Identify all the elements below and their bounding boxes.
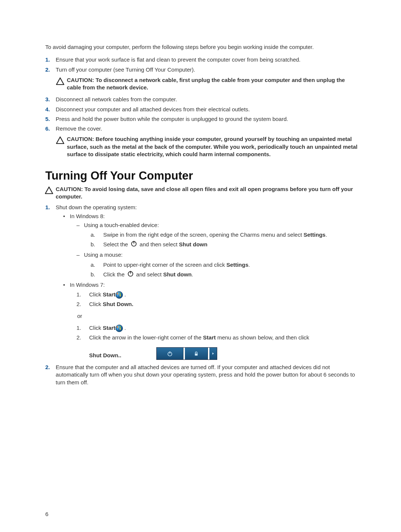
caution-triangle-icon [56,135,65,158]
step-1: 1. Ensure that your work surface is flat… [45,56,358,63]
caution-text: CAUTION: Before touching anything inside… [67,135,358,158]
win8-mouse-b: b. Click the and select Shut down. [91,270,358,280]
substep-text: Point to upper-right corner of the scree… [103,262,226,268]
caution-text: CAUTION: To disconnect a network cable, … [67,76,358,92]
start-orb-icon [115,291,123,299]
step-text: Disconnect all network cables from the c… [56,96,358,103]
substep-text: Swipe in from the right edge of the scre… [103,231,303,238]
step-6: 6. Remove the cover. CAUTION: Before tou… [45,125,358,160]
substep-text: . [248,262,250,268]
step-marker: 2. [45,66,56,94]
document-page: To avoid damaging your computer, perform… [0,0,401,532]
win8-mouse-a: a. Point to upper-right corner of the sc… [91,260,358,269]
number-marker: 2. [76,333,87,342]
step-5: 5. Press and hold the power button while… [45,115,358,123]
substep-text: . [326,231,327,238]
substep-text: . [123,291,126,298]
caution-triangle-icon [45,185,53,201]
step-text: Turn off your computer (see Turning Off … [56,66,195,73]
shutdown-step-2: 2. Ensure that the computer and all atta… [45,364,358,386]
step-marker: 5. [45,115,56,123]
win8-touch: Using a touch-enabled device: a. Swipe i… [76,221,358,250]
step-marker: 1. [45,204,56,362]
win7-step-2: 2. Click Shut Down. [76,300,358,309]
preparation-steps-list: 1. Ensure that your work surface is flat… [45,56,358,160]
step-text: Ensure that the computer and all attache… [56,364,358,386]
start-label: Start [103,325,115,331]
os-label: In Windows 7: [70,282,105,288]
number-marker: 1. [76,324,87,332]
win8-touch-steps: a. Swipe in from the right edge of the s… [84,230,358,250]
svg-rect-6 [195,353,198,355]
substep-text: Select the [103,241,130,247]
step-text: Shut down the operating system: [56,204,137,210]
shutdown-button-image [156,347,217,360]
shutdown-steps-list: 1. Shut down the operating system: In Wi… [45,204,358,386]
section-heading: Turning Off Your Computer [45,169,358,183]
letter-marker: a. [91,230,101,239]
substep-text: Click [89,301,103,307]
win7-steps-a: 1. Click Start . 2. Click Shut Down. [70,290,358,309]
settings-label: Settings [226,262,248,268]
win8-method-list: Using a touch-enabled device: a. Swipe i… [70,221,358,280]
step-marker: 3. [45,96,56,103]
caution-box: CAUTION: To disconnect a network cable, … [56,76,358,92]
step-marker: 2. [45,364,56,386]
letter-marker: b. [91,270,101,279]
substep-text: Click the [103,271,126,278]
shutdown-label: Shut down [163,271,192,278]
power-icon [130,240,137,250]
substep-text: Click the arrow in the lower-right corne… [89,334,203,341]
or-separator: or [77,312,358,320]
win8-touch-a: a. Swipe in from the right edge of the s… [91,230,358,239]
substep-text: and then select [140,241,179,247]
caution-box: CAUTION: To avoid losing data, save and … [45,185,358,201]
step-marker: 1. [45,56,56,63]
start-orb-icon [115,325,123,332]
win8-mouse-steps: a. Point to upper-right corner of the sc… [84,260,358,280]
method-label: Using a touch-enabled device: [84,222,159,228]
caution-text: CAUTION: To avoid losing data, save and … [56,185,358,201]
power-icon [127,270,134,280]
step-4: 4. Disconnect your computer and all atta… [45,106,358,113]
win7-steps-b: 1. Click Start . 2. Click the arrow in t… [70,324,358,360]
substep-text: . [123,325,126,331]
shutdown-label: Shut Down. [103,301,134,307]
substep-text: Click [89,325,103,331]
os-windows7: In Windows 7: 1. Click Start . 2. Click … [63,281,358,360]
substep-text: . [192,271,193,278]
os-windows8: In Windows 8: Using a touch-enabled devi… [63,213,358,280]
shutdown-step-1: 1. Shut down the operating system: In Wi… [45,204,358,362]
substep-text: Click [89,291,103,298]
win8-touch-b: b. Select the and then select Shut down [91,240,358,250]
os-label: In Windows 8: [70,213,105,219]
win8-mouse: Using a mouse: a. Point to upper-right c… [76,251,358,279]
shutdown-power-segment [157,348,183,359]
step-text: Disconnect your computer and all attache… [56,106,358,113]
os-list: In Windows 8: Using a touch-enabled devi… [56,213,358,360]
settings-label: Settings [303,231,325,238]
step-text: Remove the cover. [56,125,102,132]
step-marker: 6. [45,125,56,160]
intro-paragraph: To avoid damaging your computer, perform… [45,43,358,51]
start-label: Start [203,334,216,341]
step-2: 2. Turn off your computer (see Turning O… [45,66,358,94]
win7b-step-2: 2. Click the arrow in the lower-right co… [76,333,358,360]
shutdown-arrow-segment [209,348,217,359]
step-3: 3. Disconnect all network cables from th… [45,96,358,103]
method-label: Using a mouse: [84,252,123,258]
shutdown-text-label: Shut Down.. [89,351,121,360]
step-marker: 4. [45,106,56,113]
start-label: Start [103,291,115,298]
win7-step-1: 1. Click Start . [76,290,358,299]
step-text: Press and hold the power button while th… [56,115,358,123]
letter-marker: a. [91,260,101,269]
letter-marker: b. [91,240,101,249]
caution-box: CAUTION: Before touching anything inside… [56,135,358,158]
win7b-step-1: 1. Click Start . [76,324,358,332]
shutdown-lock-segment [185,348,208,359]
substep-text: and select [136,271,163,278]
step-text: Ensure that your work surface is flat an… [56,56,358,63]
page-number: 6 [45,511,48,517]
shutdown-label: Shut down [179,241,208,247]
